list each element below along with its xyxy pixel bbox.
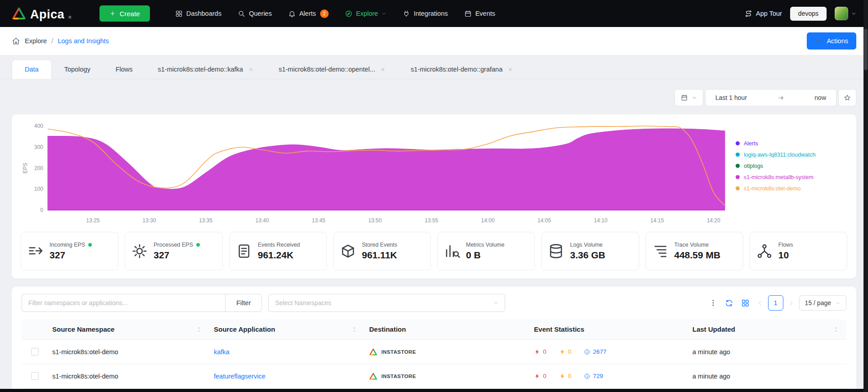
breadcrumb-current[interactable]: Logs and Insights (58, 37, 109, 45)
stat-card-trace-volume: Trace Volume448.59 MB (646, 232, 743, 270)
sort-icons[interactable] (834, 327, 838, 332)
status-dot (196, 243, 200, 247)
nav-item-dashboards[interactable]: Dashboards (175, 10, 222, 18)
scrollbar-thumb[interactable] (864, 29, 868, 70)
tab-s1-microk8s-otel-demo-kafka[interactable]: s1-microk8s:otel-demo::kafka (145, 60, 266, 79)
namespace-select[interactable]: Select Namespaces (268, 294, 505, 312)
tab-close-icon[interactable] (380, 67, 385, 72)
more-options-button[interactable] (709, 299, 717, 307)
nav-item-label: Integrations (414, 10, 448, 17)
sort-icons[interactable] (197, 327, 201, 332)
sort-icons[interactable] (352, 327, 357, 332)
avatar (835, 7, 848, 20)
table-header: Source Namespace Source Application Dest… (22, 319, 846, 340)
logo-icon (369, 348, 377, 356)
home-icon[interactable] (12, 37, 20, 45)
event-count-link[interactable]: 2677 (593, 348, 606, 355)
sort-descending-icon (352, 329, 357, 333)
calendar-picker-button[interactable] (674, 89, 703, 106)
legend-item-s1-microk8s-otel-demo[interactable]: s1-microk8s:otel-demo (736, 185, 842, 192)
time-range-bar: Last 1 hour now (12, 89, 856, 106)
filter-input-group: Filter (22, 294, 262, 312)
tab-s1-microk8s-otel-demo-opentel[interactable]: s1-microk8s:otel-demo::opentel... (266, 60, 398, 79)
chevron-down-icon (381, 11, 386, 16)
nav-item-integrations[interactable]: Integrations (402, 10, 448, 18)
favorite-range-button[interactable] (838, 89, 856, 106)
calendar-icon (681, 94, 688, 101)
table-row[interactable]: s1-microk8s:otel-demokafkaINSTASTORE0026… (22, 340, 846, 364)
stat-card-incoming-eps: Incoming EPS327 (21, 232, 118, 270)
chevron-down-icon (836, 301, 841, 306)
svg-text:200: 200 (34, 165, 43, 171)
nav-item-label: Explore (356, 10, 378, 17)
prev-page-button[interactable] (757, 300, 763, 306)
svg-text:300: 300 (34, 144, 43, 150)
view-toggle-button[interactable] (741, 299, 750, 307)
stat-flows-icon (756, 243, 773, 259)
main-nav: DashboardsQueriesAlerts2ExploreIntegrati… (175, 9, 495, 18)
scrollbar[interactable] (863, 0, 868, 392)
nav-item-explore[interactable]: Explore (345, 10, 386, 18)
tab-topology[interactable]: Topology (52, 60, 103, 79)
page-number[interactable]: 1 (768, 295, 783, 311)
cell-event-statistics: 00729 (529, 373, 688, 379)
eps-chart-card: 010020030040013:2513:3013:3513:4013:4513… (12, 114, 856, 279)
tab-data[interactable]: Data (12, 59, 52, 79)
time-range-display[interactable]: Last 1 hour now (705, 89, 836, 106)
tab-close-icon[interactable] (249, 67, 253, 72)
filter-bar: Filter Select Namespaces 1 15 / pa (22, 294, 846, 312)
namespace-filter-input[interactable] (22, 294, 225, 312)
cell-source-application-link[interactable]: kafka (214, 348, 230, 356)
row-checkbox[interactable] (31, 348, 39, 356)
tab-close-icon[interactable] (508, 67, 513, 72)
filter-button[interactable]: Filter (225, 294, 262, 312)
stat-incoming-icon (27, 243, 44, 259)
breadcrumb-section[interactable]: Explore (25, 37, 47, 45)
legend-dot (736, 164, 740, 168)
column-last-updated[interactable]: Last Updated (688, 325, 846, 333)
column-destination: Destination (365, 325, 529, 333)
svg-text:13:25: 13:25 (86, 217, 99, 224)
pagination: 1 15 / page (757, 295, 846, 311)
apica-logo[interactable]: Apica ® (12, 6, 72, 21)
tab-flows[interactable]: Flows (103, 60, 145, 79)
stat-value: 448.59 MB (674, 250, 721, 261)
nav-item-queries[interactable]: Queries (238, 10, 272, 18)
chart-legend: Alertslogiq-aws-lq8311:cloudwatchotlplog… (736, 140, 842, 207)
user-menu-button[interactable]: devops (790, 7, 827, 21)
app-tour-button[interactable]: App Tour (745, 10, 782, 18)
avatar-menu[interactable] (835, 7, 856, 20)
row-checkbox[interactable] (31, 372, 39, 380)
svg-text:13:30: 13:30 (143, 217, 156, 224)
stat-trace-icon (652, 243, 669, 259)
cell-destination: INSTASTORE (365, 372, 529, 380)
column-source-namespace[interactable]: Source Namespace (48, 325, 209, 333)
actions-button[interactable]: Actions (807, 32, 856, 50)
svg-text:14:20: 14:20 (707, 217, 720, 224)
stat-value: 0 B (466, 250, 504, 261)
refresh-button[interactable] (725, 299, 733, 307)
legend-item-alerts[interactable]: Alerts (736, 140, 842, 147)
legend-item-otlplogs[interactable]: otlplogs (736, 163, 842, 169)
cell-source-namespace: s1-microk8s:otel-demo (48, 373, 209, 380)
table-row[interactable]: s1-microk8s:otel-demofeatureflagserviceI… (22, 364, 846, 388)
tab-bar: DataTopologyFlowss1-microk8s:otel-demo::… (0, 55, 868, 79)
column-source-application[interactable]: Source Application (209, 325, 365, 333)
next-page-button[interactable] (788, 300, 794, 306)
legend-item-logiq-aws-lq8311-cloudwatch[interactable]: logiq-aws-lq8311:cloudwatch (736, 152, 842, 158)
tab-s1-microk8s-otel-demo-grafana[interactable]: s1-microk8s:otel-demo::grafana (398, 60, 525, 79)
ellipsis-icon (815, 37, 822, 45)
nav-item-events[interactable]: Events (464, 10, 495, 18)
cell-source-application-link[interactable]: featureflagservice (214, 373, 265, 380)
nav-item-label: Alerts (299, 10, 316, 17)
event-count-link[interactable]: 729 (593, 373, 603, 379)
svg-text:13:50: 13:50 (368, 217, 382, 224)
legend-item-s1-microk8s-metallb-system[interactable]: s1-microk8s:metallb-system (736, 174, 842, 180)
eps-chart[interactable]: 010020030040013:2513:3013:3513:4013:4513… (21, 121, 732, 226)
nav-item-alerts[interactable]: Alerts2 (288, 9, 329, 18)
create-button[interactable]: Create (99, 5, 150, 22)
stat-value: 961.24K (258, 250, 300, 261)
integrations-icon (402, 10, 410, 18)
page-size-select[interactable]: 15 / page (799, 295, 846, 311)
svg-text:14:15: 14:15 (651, 217, 664, 224)
